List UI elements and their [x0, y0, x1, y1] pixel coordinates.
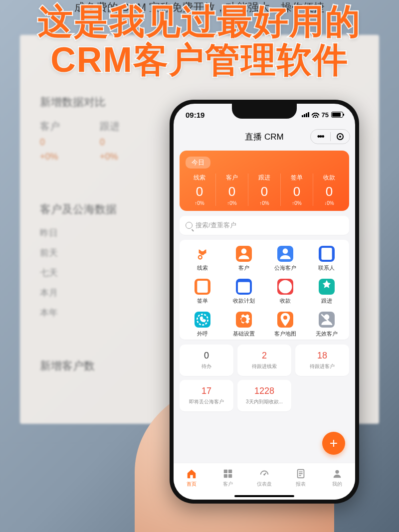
fab-add-button[interactable]: + — [322, 432, 345, 455]
app-title: 直播 CRM — [245, 131, 283, 143]
svg-point-23 — [335, 470, 339, 474]
search-input[interactable]: 搜索/查重客户 — [180, 216, 349, 235]
svg-rect-13 — [224, 470, 227, 473]
tab-我的[interactable]: 我的 — [319, 463, 355, 493]
dash-icon — [259, 468, 270, 479]
grid-icon — [222, 468, 233, 479]
module-无效客户[interactable]: 无效客户 — [306, 312, 347, 338]
svg-rect-7 — [238, 282, 250, 286]
status-time: 09:19 — [186, 111, 204, 119]
card-3天内到期收款...[interactable]: 1228 3天内到期收款... — [237, 380, 291, 411]
card-待跟进客户[interactable]: 18 待跟进客户 — [295, 345, 349, 376]
capsule-close-icon[interactable] — [331, 130, 350, 144]
tab-首页[interactable]: 首页 — [174, 463, 210, 493]
today-chip[interactable]: 今日 — [186, 157, 210, 169]
pin-icon — [277, 312, 293, 328]
svg-rect-5 — [197, 281, 207, 293]
doc-icon — [295, 468, 306, 479]
svg-point-18 — [264, 474, 265, 475]
module-线索[interactable]: 线索 — [182, 246, 223, 272]
svg-point-2 — [282, 248, 288, 254]
module-客户[interactable]: 客户 — [223, 246, 264, 272]
home-indicator — [234, 495, 294, 497]
miniprogram-header: 直播 CRM ••• — [174, 126, 355, 148]
calendar-icon — [236, 279, 252, 295]
search-placeholder: 搜索/查重客户 — [196, 221, 236, 230]
tab-客户[interactable]: 客户 — [210, 463, 246, 493]
phone-notch — [232, 104, 297, 119]
follow-icon — [319, 279, 335, 295]
svg-rect-15 — [224, 474, 227, 478]
search-icon — [186, 222, 193, 229]
wifi-icon — [312, 112, 319, 118]
svg-rect-14 — [228, 470, 232, 473]
tab-bar: 首页 客户 仪表盘 报表 我的 — [174, 463, 355, 500]
svg-point-1 — [241, 248, 246, 254]
me-icon — [332, 468, 343, 479]
person-icon — [277, 246, 293, 262]
module-基础设置[interactable]: 基础设置 — [223, 312, 264, 338]
invalid-icon — [319, 312, 335, 328]
person-icon — [236, 246, 252, 262]
capsule-menu-icon[interactable]: ••• — [311, 130, 330, 144]
module-联系人[interactable]: 联系人 — [306, 246, 347, 272]
module-grid: 线索 客户 公海客户 联系人 签单 收款计划¥ 收款 跟进 外呼 基础设置 客户… — [180, 240, 349, 340]
phone-frame: 09:19 75 直播 CRM ••• 今日 线索 0 0% 客户 0 0% 跟… — [170, 100, 359, 504]
module-公海客户[interactable]: 公海客户 — [264, 246, 306, 272]
module-收款计划[interactable]: 收款计划 — [223, 279, 264, 305]
module-客户地图[interactable]: 客户地图 — [264, 312, 306, 338]
today-card[interactable]: 今日 线索 0 0% 客户 0 0% 跟进 0 0% 签单 0 0% 收款 0 … — [180, 151, 349, 211]
card-待跟进线索[interactable]: 2 待跟进线索 — [237, 345, 291, 376]
signal-icon — [302, 112, 309, 117]
stat-签单[interactable]: 签单 0 0% — [280, 174, 313, 206]
cards-grid: 0 待办2 待跟进线索18 待跟进客户17 即将丢公海客户1228 3天内到期收… — [180, 345, 349, 411]
clue-icon — [195, 246, 210, 262]
stat-线索[interactable]: 线索 0 0% — [184, 174, 215, 206]
card-待办[interactable]: 0 待办 — [180, 345, 233, 376]
module-跟进[interactable]: 跟进 — [306, 279, 347, 305]
tab-仪表盘[interactable]: 仪表盘 — [246, 463, 283, 493]
module-外呼[interactable]: 外呼 — [182, 312, 223, 338]
battery-icon — [331, 112, 343, 118]
stat-跟进[interactable]: 跟进 0 0% — [248, 174, 280, 206]
home-icon — [186, 468, 197, 479]
stat-客户[interactable]: 客户 0 0% — [215, 174, 248, 206]
money-icon: ¥ — [277, 279, 293, 295]
headline: 这是我见过最好用的 CRM客户管理软件 — [0, 2, 399, 79]
module-签单[interactable]: 签单 — [182, 279, 223, 305]
capsule[interactable]: ••• — [310, 129, 350, 144]
battery-pct: 75 — [322, 111, 329, 119]
svg-point-4 — [325, 251, 328, 254]
card-即将丢公海客户[interactable]: 17 即将丢公海客户 — [180, 380, 233, 411]
module-收款[interactable]: ¥ 收款 — [264, 279, 306, 305]
check-icon — [195, 279, 210, 295]
svg-point-0 — [198, 256, 201, 259]
stat-收款[interactable]: 收款 0 0% — [313, 174, 345, 206]
svg-rect-16 — [228, 474, 232, 478]
contact-icon — [319, 246, 335, 262]
gear-icon — [236, 312, 252, 328]
tab-报表[interactable]: 报表 — [282, 463, 319, 493]
svg-text:¥: ¥ — [282, 282, 287, 291]
call-icon — [195, 312, 210, 328]
